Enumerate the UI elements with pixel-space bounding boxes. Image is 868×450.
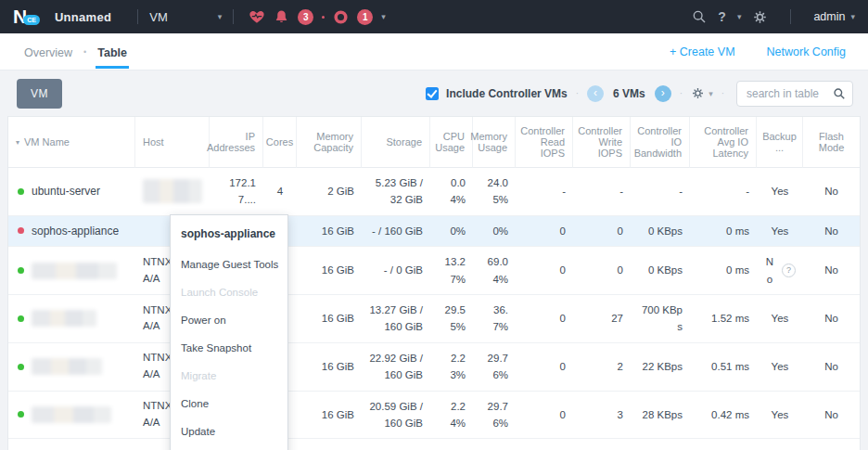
cell-value: 22.92 GiB / 160 GiB — [369, 350, 423, 384]
cell-value: 2 GiB — [327, 183, 354, 199]
vm-row[interactable]: ubuntu-server172.17....42 GiB5.23 GiB / … — [8, 168, 860, 216]
cell-value: 0 ms — [726, 223, 749, 239]
alerts-bell-icon[interactable] — [274, 9, 289, 25]
gear-icon[interactable] — [752, 9, 768, 25]
column-header-memory-capacity[interactable]: Memory Capacity — [297, 117, 362, 168]
cell-controller-write-iops: 0 — [573, 247, 631, 294]
vm-row[interactable]: NTNX-59f-A/A416 GiB22.92 GiB / 160 GiB2.… — [8, 343, 860, 392]
chevron-down-icon: ▾ — [708, 89, 713, 98]
search-icon[interactable] — [692, 9, 707, 24]
menu-item-update[interactable]: Update — [171, 418, 287, 445]
vm-entity-button[interactable]: VM — [17, 79, 62, 109]
vm-row[interactable]: NTNX-59f-A/A416 GiB20.59 GiB / 160 GiB2.… — [8, 392, 860, 440]
menu-item-delete[interactable]: Delete — [171, 445, 287, 450]
cell-cpu-usage: 0% — [430, 216, 473, 246]
column-header-ip-addresses[interactable]: IP Addresses — [210, 117, 263, 168]
cell-controller-avg-io-latency: 0 ms — [690, 216, 757, 246]
sort-caret-icon: ▾ — [16, 138, 19, 147]
help-icon[interactable]: ? — [718, 9, 726, 24]
cell-value: 0 — [560, 223, 566, 239]
page-next-button[interactable]: › — [655, 85, 671, 102]
column-header-backup[interactable]: Backup ... — [757, 117, 803, 168]
cell-value: 22 KBps — [643, 358, 683, 375]
cell-value: - — [746, 183, 749, 199]
cell-memory-usage: 24.05% — [473, 168, 516, 215]
cell-backup: Yes — [757, 392, 803, 439]
tasks-count-badge[interactable]: 1 — [357, 9, 373, 25]
column-label: Flash Mode — [811, 131, 852, 153]
cell-value: 27 — [611, 310, 623, 327]
table-settings-dropdown[interactable]: ▾ — [691, 86, 713, 100]
entity-dropdown[interactable]: VM ▾ — [149, 10, 222, 24]
network-config-link[interactable]: Network Config — [767, 45, 846, 58]
column-header-host[interactable]: Host — [135, 117, 210, 168]
vm-name-text: ubuntu-server — [32, 185, 100, 198]
menu-item-manage-guest-tools[interactable]: Manage Guest Tools — [171, 251, 287, 278]
tab-table[interactable]: Table — [96, 35, 129, 69]
cluster-name: Unnamed — [55, 10, 111, 24]
health-heart-icon[interactable] — [249, 8, 265, 25]
cell-controller-read-iops: - — [516, 168, 573, 215]
menu-item-take-snapshot[interactable]: Take Snapshot — [171, 334, 287, 362]
nutanix-logo[interactable]: N CE — [13, 7, 40, 26]
status-dot-red — [18, 227, 24, 234]
column-header-flash-mode[interactable]: Flash Mode — [803, 117, 860, 168]
empty-row — [8, 439, 860, 450]
cell-cpu-usage: 13.27% — [430, 247, 473, 294]
column-header-vm-name[interactable]: ▾VM Name — [8, 117, 135, 168]
cell-value: 172.17.... — [217, 174, 256, 209]
column-header-cores[interactable]: Cores — [263, 117, 297, 168]
backup-help-icon[interactable]: ? — [782, 264, 796, 277]
column-label: VM Name — [24, 136, 70, 148]
cell-value: Yes — [772, 310, 789, 327]
column-header-storage[interactable]: Storage — [362, 117, 430, 168]
menu-item-power-on[interactable]: Power on — [171, 306, 287, 334]
cell-vm-name — [8, 392, 135, 439]
cell-value: 28 KBps — [643, 406, 683, 423]
cell-flash-mode: No — [803, 392, 860, 439]
menu-item-launch-console: Launch Console — [171, 278, 287, 306]
cell-value: Yes — [772, 358, 789, 375]
cell-value: - — [562, 183, 566, 199]
cell-memory-capacity: 16 GiB — [297, 247, 362, 294]
cell-cores: 4 — [263, 168, 297, 215]
cell-controller-avg-io-latency: - — [690, 168, 757, 215]
cell-value: Yes — [772, 183, 789, 199]
topbar: N CE Unnamed VM ▾ 3 1 ▾ ? ▾ admin — [0, 0, 868, 33]
cell-value: Yes — [772, 406, 789, 423]
separator-dot: · — [721, 88, 724, 98]
column-header-memory-usage[interactable]: Memory Usage — [473, 117, 516, 168]
cell-memory-usage: 29.76% — [473, 343, 516, 391]
cell-storage: 20.59 GiB / 160 GiB — [362, 392, 430, 439]
table-body: ubuntu-server172.17....42 GiB5.23 GiB / … — [8, 168, 860, 450]
cell-value: 16 GiB — [322, 223, 354, 239]
include-controller-checkbox[interactable] — [426, 87, 439, 100]
cell-flash-mode: No — [803, 343, 860, 391]
column-header-controller-write-iops[interactable]: Controller Write IOPS — [573, 117, 631, 168]
vm-row[interactable]: sophos-appliance416 GiB- / 160 GiB0%0%00… — [8, 216, 860, 247]
column-label: Host — [143, 136, 164, 148]
cell-storage: - / 160 GiB — [362, 216, 430, 246]
column-header-controller-read-iops[interactable]: Controller Read IOPS — [516, 117, 573, 168]
column-label: CPU Usage — [435, 131, 465, 153]
chevron-down-icon[interactable]: ▾ — [381, 12, 386, 21]
alerts-count-badge[interactable]: 3 — [298, 9, 313, 25]
chevron-down-icon[interactable]: ▾ — [737, 12, 742, 21]
cell-storage: 22.92 GiB / 160 GiB — [362, 343, 430, 391]
create-vm-link[interactable]: + Create VM — [670, 45, 735, 58]
vm-name-text: sophos-appliance — [32, 225, 119, 238]
user-menu[interactable]: admin ▾ — [813, 10, 855, 23]
vm-row[interactable]: NTNX-59f-A/A816 GiB- / 0 GiB13.27%69.04%… — [8, 247, 860, 295]
column-header-controller-io-bandwidth[interactable]: Controller IO Bandwidth — [631, 117, 690, 168]
tasks-ring-icon[interactable] — [333, 9, 349, 25]
column-header-cpu-usage[interactable]: CPU Usage — [430, 117, 473, 168]
cell-value: 4 — [277, 183, 283, 199]
cell-value: 700 KBps — [638, 302, 683, 336]
cell-controller-read-iops: 0 — [516, 216, 573, 246]
menu-item-clone[interactable]: Clone — [171, 390, 287, 418]
page-prev-button[interactable]: ‹ — [587, 85, 604, 102]
column-header-controller-avg-io-latency[interactable]: Controller Avg IO Latency — [690, 117, 757, 168]
vm-row[interactable]: NTNX-59f-A/A416 GiB13.27 GiB / 160 GiB29… — [8, 295, 860, 343]
tab-overview[interactable]: Overview — [22, 35, 74, 69]
cell-controller-io-bandwidth: 0 KBps — [631, 216, 690, 246]
